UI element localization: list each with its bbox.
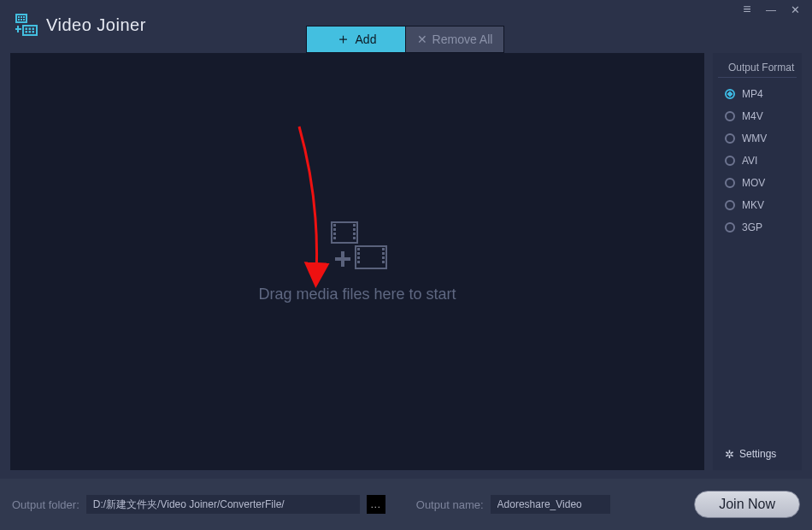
main-area: Drag media files here to start Output Fo… <box>10 53 802 470</box>
svg-rect-11 <box>29 28 32 31</box>
media-drop-zone[interactable]: Drag media files here to start <box>10 53 704 470</box>
title-bar: Video Joiner ＋ Add ✕ Remove All <box>0 0 812 50</box>
output-folder-input[interactable] <box>86 495 360 514</box>
app-title: Video Joiner <box>46 15 146 35</box>
format-label: MOV <box>742 177 765 189</box>
format-option-mp4[interactable]: MP4 <box>713 83 802 105</box>
menu-icon[interactable] <box>740 2 754 17</box>
format-label: MKV <box>742 199 764 211</box>
radio-icon <box>725 222 735 233</box>
svg-rect-13 <box>26 31 28 33</box>
svg-rect-34 <box>382 256 385 259</box>
svg-rect-30 <box>357 256 360 259</box>
output-format-header: Output Format <box>718 56 797 78</box>
format-label: 3GP <box>742 221 762 233</box>
radio-icon <box>725 178 735 188</box>
radio-icon <box>725 200 735 210</box>
svg-rect-20 <box>333 228 336 231</box>
radio-icon <box>725 133 735 144</box>
format-option-avi[interactable]: AVI <box>713 150 802 172</box>
svg-rect-3 <box>21 16 22 18</box>
svg-rect-31 <box>357 261 360 263</box>
format-label: MP4 <box>742 88 763 100</box>
add-button-label: Add <box>356 32 377 46</box>
svg-rect-10 <box>26 28 28 31</box>
svg-rect-22 <box>333 237 336 239</box>
svg-rect-6 <box>21 19 22 21</box>
radio-icon <box>725 111 735 121</box>
svg-rect-25 <box>353 233 356 235</box>
remove-all-label: Remove All <box>432 32 493 46</box>
format-option-wmv[interactable]: WMV <box>713 127 802 150</box>
svg-rect-19 <box>333 224 336 227</box>
svg-rect-23 <box>353 224 356 227</box>
radio-icon <box>725 89 735 99</box>
remove-all-button[interactable]: ✕ Remove All <box>405 26 503 52</box>
svg-rect-26 <box>353 237 356 239</box>
browse-folder-button[interactable]: ... <box>367 495 385 514</box>
radio-icon <box>725 156 735 166</box>
svg-rect-4 <box>23 16 25 18</box>
output-folder-label: Output folder: <box>12 498 79 511</box>
output-name-label: Output name: <box>416 498 484 511</box>
footer-bar: Output folder: ... Output name: Join Now <box>0 479 812 530</box>
svg-rect-32 <box>382 248 385 250</box>
close-icon: ✕ <box>417 32 427 46</box>
format-option-3gp[interactable]: 3GP <box>713 216 802 238</box>
svg-rect-7 <box>23 19 25 21</box>
svg-rect-28 <box>357 248 360 250</box>
svg-rect-27 <box>356 246 386 268</box>
format-label: AVI <box>742 155 757 167</box>
svg-rect-33 <box>382 252 385 255</box>
window-controls <box>740 2 802 17</box>
svg-rect-15 <box>32 31 35 33</box>
format-option-m4v[interactable]: M4V <box>713 105 802 127</box>
settings-label: Settings <box>739 448 776 460</box>
settings-button[interactable]: ✲ Settings <box>713 439 802 470</box>
format-label: WMV <box>742 132 767 144</box>
output-format-panel: Output Format MP4M4VWMVAVIMOVMKV3GP ✲ Se… <box>713 53 802 470</box>
format-option-mov[interactable]: MOV <box>713 172 802 194</box>
svg-rect-37 <box>335 257 350 261</box>
app-logo-icon <box>15 14 38 36</box>
toolbar: ＋ Add ✕ Remove All <box>306 26 504 53</box>
svg-rect-21 <box>333 233 336 235</box>
svg-rect-35 <box>382 261 385 263</box>
svg-rect-29 <box>357 252 360 255</box>
svg-rect-5 <box>18 19 20 21</box>
ellipsis-icon: ... <box>371 499 381 509</box>
film-strip-icon <box>327 221 388 270</box>
format-label: M4V <box>742 110 763 122</box>
format-option-mkv[interactable]: MKV <box>713 194 802 216</box>
svg-rect-9 <box>24 26 36 34</box>
svg-rect-14 <box>29 31 32 33</box>
plus-icon: ＋ <box>336 32 350 46</box>
close-window-button[interactable] <box>788 3 802 16</box>
output-name-input[interactable] <box>491 495 610 514</box>
svg-rect-12 <box>32 28 35 31</box>
join-now-button[interactable]: Join Now <box>694 491 800 518</box>
svg-rect-2 <box>18 16 20 18</box>
app-logo: Video Joiner <box>15 14 146 36</box>
minimize-button[interactable] <box>764 3 778 16</box>
gear-icon: ✲ <box>725 449 734 460</box>
svg-rect-17 <box>15 28 21 30</box>
drop-zone-hint: Drag media files here to start <box>258 286 456 303</box>
svg-rect-24 <box>353 228 356 231</box>
add-button[interactable]: ＋ Add <box>307 26 405 52</box>
join-now-label: Join Now <box>719 497 775 512</box>
